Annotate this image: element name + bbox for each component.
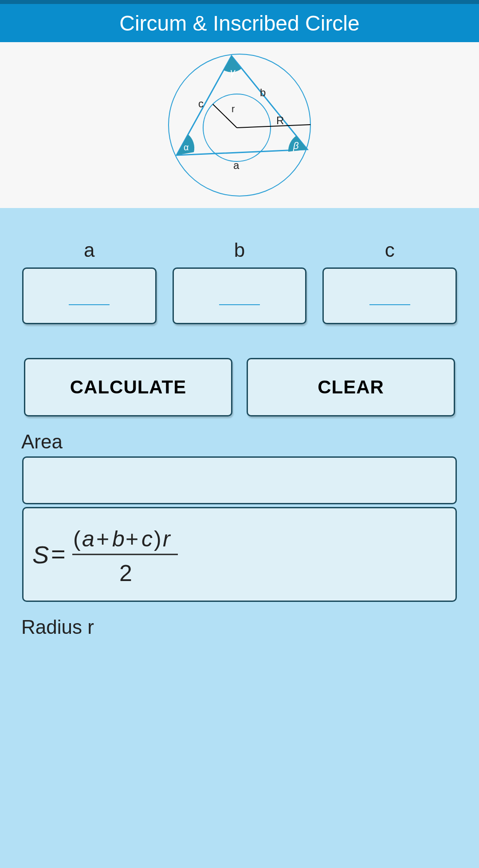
page-title: Circum & Inscribed Circle xyxy=(119,11,359,35)
area-result xyxy=(22,456,457,504)
clear-button[interactable]: CLEAR xyxy=(247,358,455,416)
label-c: c xyxy=(198,98,204,110)
label-a-input: a xyxy=(84,239,94,261)
label-b-input: b xyxy=(234,239,245,261)
app-header: Circum & Inscribed Circle xyxy=(0,4,479,42)
label-beta: β xyxy=(293,140,299,151)
svg-text:S: S xyxy=(32,541,49,569)
label-a: a xyxy=(233,159,240,171)
input-group-b: b xyxy=(173,239,307,324)
input-group-c: c xyxy=(322,239,457,324)
svg-text:a: a xyxy=(82,526,94,551)
svg-text:(: ( xyxy=(73,526,81,551)
svg-text:r: r xyxy=(163,526,171,551)
input-a[interactable] xyxy=(22,267,157,324)
diagram-area: γ α β c b a r R xyxy=(0,42,479,208)
svg-text:+: + xyxy=(96,526,109,551)
svg-text:): ) xyxy=(154,526,161,551)
svg-marker-1 xyxy=(177,56,307,155)
form-area: a b c CALCULATE CLEAR Area S = ( a xyxy=(0,208,479,868)
calculate-button[interactable]: CALCULATE xyxy=(24,358,232,416)
input-b-underline xyxy=(219,304,260,305)
radius-r-label: Radius r xyxy=(21,616,457,638)
svg-text:=: = xyxy=(51,540,66,568)
label-c-input: c xyxy=(385,239,395,261)
label-b: b xyxy=(260,86,266,98)
svg-line-3 xyxy=(237,125,310,128)
label-r: r xyxy=(232,103,235,114)
input-a-underline xyxy=(69,304,110,305)
status-bar xyxy=(0,0,479,4)
svg-text:+: + xyxy=(126,526,138,551)
input-group-a: a xyxy=(22,239,157,324)
triangle-circles-diagram: γ α β c b a r R xyxy=(164,50,315,200)
area-formula: S = ( a + b + c ) r 2 xyxy=(32,519,201,590)
label-alpha: α xyxy=(184,142,189,152)
input-b[interactable] xyxy=(173,267,307,324)
input-c-underline xyxy=(369,304,410,305)
area-formula-box: S = ( a + b + c ) r 2 xyxy=(22,507,457,602)
svg-text:c: c xyxy=(141,526,153,551)
svg-point-0 xyxy=(169,54,310,196)
input-c[interactable] xyxy=(322,267,457,324)
buttons-row: CALCULATE CLEAR xyxy=(22,358,457,416)
svg-text:b: b xyxy=(112,526,125,551)
svg-text:2: 2 xyxy=(119,560,132,586)
area-label: Area xyxy=(21,431,457,453)
label-R-big: R xyxy=(276,114,284,126)
inputs-row: a b c xyxy=(22,239,457,324)
